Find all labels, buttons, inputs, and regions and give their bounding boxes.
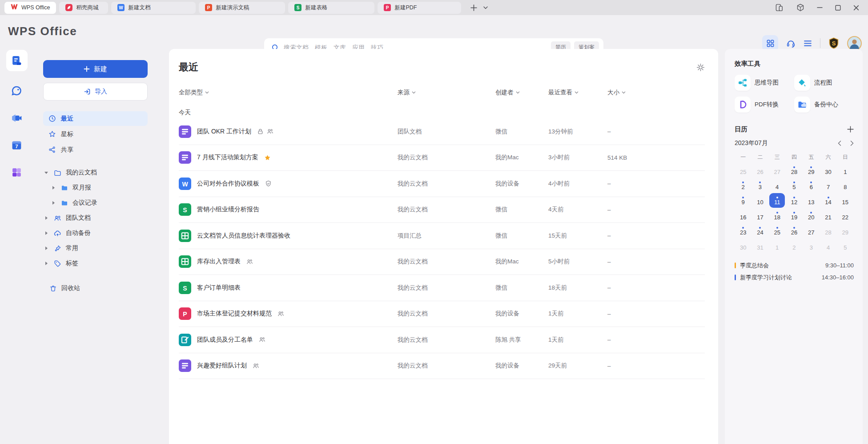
calendar-day[interactable]: 1	[769, 238, 785, 253]
calendar-day[interactable]: 11	[769, 193, 785, 208]
calendar-day[interactable]: 30	[735, 238, 751, 253]
calendar-day[interactable]: 8	[837, 178, 853, 193]
file-row[interactable]: 兴趣爱好组队计划我的云文档我的设备29天前–	[179, 353, 705, 379]
tab-wps-home[interactable]: WPS Office	[4, 2, 56, 14]
expand-caret-icon[interactable]	[43, 246, 49, 250]
file-row[interactable]: 团队成员及分工名单我的云文档陈旭 共享1天前–	[179, 327, 705, 353]
tab-new-presentation[interactable]: P 新建演示文稿	[199, 2, 285, 14]
tool-flowchart[interactable]: 流程图	[794, 75, 854, 91]
calendar-day[interactable]: 18	[769, 208, 785, 223]
expand-caret-icon[interactable]	[50, 201, 56, 205]
calendar-day[interactable]: 5	[837, 238, 853, 253]
sidebar-item-frequent[interactable]: 常用	[43, 241, 148, 256]
calendar-day[interactable]: 12	[786, 193, 802, 208]
calendar-day[interactable]: 9	[735, 193, 751, 208]
sidebar-item-auto-backup[interactable]: 自动备份	[43, 226, 148, 241]
sidebar-item-shared[interactable]: 共享	[43, 142, 148, 157]
expand-caret-icon[interactable]	[50, 186, 56, 190]
sidebar-item-tags[interactable]: 标签	[43, 256, 148, 271]
rail-calendar-icon[interactable]: 7	[9, 137, 24, 153]
tool-mind-map[interactable]: 思维导图	[735, 75, 794, 91]
calendar-day[interactable]: 16	[735, 208, 751, 223]
calendar-day[interactable]: 14	[820, 193, 836, 208]
membership-badge[interactable]: S	[828, 37, 839, 49]
calendar-prev-button[interactable]	[838, 141, 841, 146]
calendar-day[interactable]: 26	[752, 163, 768, 178]
calendar-day[interactable]: 23	[735, 223, 751, 238]
calendar-day[interactable]: 15	[837, 193, 853, 208]
main-menu-icon[interactable]	[804, 40, 812, 47]
calendar-day[interactable]: 17	[752, 208, 768, 223]
calendar-day[interactable]: 30	[820, 163, 836, 178]
calendar-day[interactable]: 21	[820, 208, 836, 223]
rail-messages-icon[interactable]	[9, 83, 24, 98]
file-row[interactable]: 云文档管人员信息统计表理器验收项目汇总微信15天前–	[179, 223, 705, 249]
file-row[interactable]: 库存出入管理表我的云文档我的Mac5小时前–	[179, 249, 705, 275]
user-avatar[interactable]	[847, 36, 862, 51]
support-headset-icon[interactable]	[786, 39, 796, 48]
expand-caret-icon[interactable]	[43, 262, 49, 265]
filter-all-types[interactable]: 全部类型	[179, 89, 398, 97]
workspace-cube-icon[interactable]	[796, 4, 804, 12]
rail-apps-icon[interactable]	[9, 165, 24, 180]
expand-caret-icon[interactable]	[43, 172, 49, 174]
calendar-day[interactable]: 22	[837, 208, 853, 223]
calendar-day[interactable]: 28	[820, 223, 836, 238]
filter-creator[interactable]: 创建者	[495, 89, 548, 97]
file-row[interactable]: W公司对外合作协议模板我的云文档我的设备4小时前–	[179, 171, 705, 197]
rail-meeting-icon[interactable]	[9, 110, 24, 125]
tool-backup-center[interactable]: 备份中心	[794, 97, 854, 113]
maximize-button[interactable]	[835, 5, 841, 11]
calendar-day[interactable]: 13	[804, 193, 819, 208]
filter-last-viewed[interactable]: 最近查看	[548, 89, 607, 97]
sidebar-item-meeting-notes[interactable]: 会议记录	[43, 195, 148, 210]
calendar-day[interactable]: 20	[804, 208, 819, 223]
rail-documents-icon[interactable]	[6, 50, 28, 71]
calendar-event[interactable]: 季度总结会 9:30–11:00	[735, 259, 854, 271]
calendar-day[interactable]: 6	[804, 178, 819, 193]
new-document-button[interactable]: 新建	[43, 60, 148, 78]
calendar-event[interactable]: 新季度学习计划讨论 14:30–16:00	[735, 271, 854, 283]
calendar-day[interactable]: 25	[769, 223, 785, 238]
file-row[interactable]: S客户订单明细表我的云文档微信18天前–	[179, 275, 705, 301]
calendar-day[interactable]: 5	[786, 178, 802, 193]
add-event-button[interactable]	[847, 126, 854, 133]
tab-new-spreadsheet[interactable]: S 新建表格	[288, 2, 374, 14]
tab-new-pdf[interactable]: P 新建PDF	[378, 2, 461, 14]
calendar-day[interactable]: 3	[752, 178, 768, 193]
list-settings-gear-icon[interactable]	[696, 63, 705, 72]
file-row[interactable]: 7 月线下活动策划方案我的云文档我的Mac3小时前514 KB	[179, 145, 705, 171]
new-tab-button[interactable]	[470, 4, 477, 11]
calendar-day[interactable]: 19	[786, 208, 802, 223]
calendar-day[interactable]: 29	[804, 163, 819, 178]
calendar-next-button[interactable]	[850, 141, 854, 146]
file-row[interactable]: P市场主体登记提交材料规范我的云文档我的设备1天前–	[179, 301, 705, 327]
calendar-day[interactable]: 24	[752, 223, 768, 238]
file-row[interactable]: S营销小组业绩分析报告我的云文档微信4天前–	[179, 197, 705, 223]
calendar-day[interactable]: 27	[804, 223, 819, 238]
minimize-button[interactable]	[817, 5, 823, 10]
sidebar-item-trash[interactable]: 回收站	[43, 281, 148, 296]
close-button[interactable]	[853, 5, 859, 11]
tab-docer-mall[interactable]: 稻壳商城	[59, 2, 108, 14]
calendar-day[interactable]: 2	[786, 238, 802, 253]
tab-list-dropdown[interactable]	[483, 6, 488, 9]
calendar-day[interactable]: 4	[820, 238, 836, 253]
calendar-day[interactable]: 28	[786, 163, 802, 178]
filter-source[interactable]: 来源	[398, 89, 495, 97]
calendar-day[interactable]: 31	[752, 238, 768, 253]
expand-caret-icon[interactable]	[43, 231, 49, 235]
sidebar-item-starred[interactable]: 星标	[43, 127, 148, 141]
filter-size[interactable]: 大小	[607, 89, 705, 97]
calendar-day[interactable]: 1	[837, 163, 853, 178]
sidebar-item-bimonthly-report[interactable]: 双月报	[43, 180, 148, 195]
tool-pdf-convert[interactable]: PDF转换	[735, 97, 794, 113]
calendar-day[interactable]: 29	[837, 223, 853, 238]
file-row[interactable]: 团队 OKR 工作计划团队文档微信13分钟前–	[179, 119, 705, 145]
tab-new-document[interactable]: W 新建文档	[111, 2, 196, 14]
calendar-day[interactable]: 25	[735, 163, 751, 178]
import-button[interactable]: 导入	[43, 83, 148, 101]
calendar-day[interactable]: 7	[820, 178, 836, 193]
expand-caret-icon[interactable]	[43, 216, 49, 220]
calendar-day[interactable]: 2	[735, 178, 751, 193]
